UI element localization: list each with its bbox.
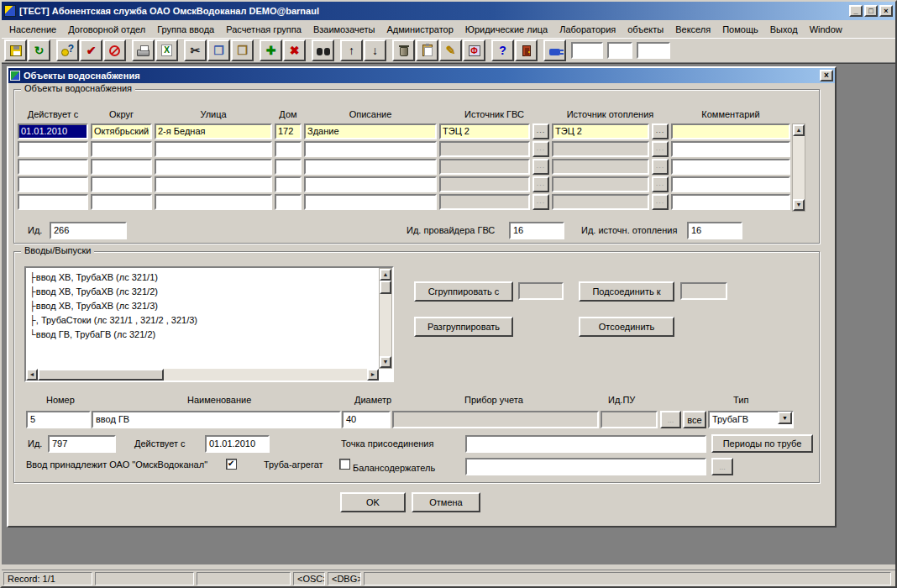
cell-r2c7[interactable]	[671, 159, 790, 175]
save-button[interactable]	[4, 39, 27, 61]
cell-r3c4[interactable]	[304, 176, 437, 192]
cell-r3c2[interactable]	[155, 176, 272, 192]
owner-checkbox[interactable]	[226, 459, 237, 470]
maximize-button[interactable]: □	[864, 5, 878, 17]
menu-item-9[interactable]: Векселя	[669, 22, 716, 37]
menu-item-12[interactable]: Window	[804, 22, 848, 37]
pipe-periods-button[interactable]: Периоды по трубе	[711, 434, 813, 453]
aggregate-checkbox[interactable]	[339, 459, 350, 470]
cell-r4c5[interactable]	[439, 194, 530, 210]
tree-item-3[interactable]: ├, ТрубаСтоки (лс 321/1 , 321/2 , 321/3)	[29, 313, 377, 328]
diameter-field[interactable]: 40	[342, 411, 391, 428]
tree-scroll-right-icon[interactable]: ►	[367, 369, 379, 381]
cancel-button[interactable]	[103, 39, 126, 61]
tree-item-0[interactable]: ├ввод ХВ, ТрубаХВ (лс 321/1)	[29, 270, 377, 285]
cell-r3c7[interactable]	[671, 176, 790, 192]
tree-vertical-scrollbar[interactable]: ▲ ▼	[379, 268, 392, 369]
meter-id-field[interactable]	[601, 411, 658, 428]
browse-button-r0c5[interactable]: ...	[532, 123, 549, 139]
menu-item-5[interactable]: Администратор	[380, 22, 459, 37]
scroll-up-icon[interactable]: ▲	[793, 124, 805, 136]
group-with-field[interactable]	[518, 282, 564, 300]
cell-r4c2[interactable]	[155, 194, 272, 210]
cell-r4c6[interactable]	[552, 194, 649, 210]
browse-button-r1c6[interactable]: ...	[652, 141, 669, 157]
help-button[interactable]: ?	[491, 39, 514, 61]
browse-button-r3c5[interactable]: ...	[532, 176, 549, 192]
input-id-field[interactable]: 797	[48, 435, 116, 453]
cell-r0c7[interactable]	[671, 123, 790, 139]
cell-r2c6[interactable]	[552, 159, 649, 175]
browse-button-r4c6[interactable]: ...	[652, 194, 669, 210]
cell-r4c0[interactable]	[18, 194, 88, 210]
ungroup-button[interactable]: Разгруппировать	[414, 317, 513, 337]
browse-button-r1c5[interactable]: ...	[532, 141, 549, 157]
cell-r3c0[interactable]	[18, 176, 88, 192]
copy-button[interactable]: ❐	[207, 39, 230, 61]
number-field[interactable]: 5	[26, 411, 91, 428]
cell-r2c1[interactable]	[91, 159, 152, 175]
cell-r0c6[interactable]: ТЭЦ 2	[552, 123, 649, 139]
cell-r2c5[interactable]	[439, 159, 530, 175]
ok-button[interactable]: OK	[340, 492, 406, 512]
cell-r4c1[interactable]	[91, 194, 152, 210]
menu-item-2[interactable]: Группа ввода	[151, 22, 220, 37]
object-id-field[interactable]: 266	[50, 222, 127, 239]
cell-r3c3[interactable]	[275, 176, 302, 192]
browse-button-r2c5[interactable]: ...	[532, 159, 549, 175]
cards-button[interactable]: Ф	[463, 39, 485, 61]
down-button[interactable]: ↓	[364, 39, 386, 61]
tree-scroll-left-icon[interactable]: ◄	[26, 369, 38, 381]
cut-button[interactable]: ✂	[184, 39, 207, 61]
cell-r0c2[interactable]: 2-я Бедная	[155, 123, 272, 139]
edit-note-button[interactable]: ✎	[439, 39, 462, 61]
cell-r3c1[interactable]	[91, 176, 152, 192]
cell-r1c1[interactable]	[91, 141, 152, 157]
tree-scroll-down-icon[interactable]: ▼	[380, 356, 391, 368]
menu-item-0[interactable]: Население	[3, 22, 62, 37]
minimize-button[interactable]: _	[849, 5, 863, 17]
meter-browse-button[interactable]: ...	[660, 411, 681, 428]
cell-r4c7[interactable]	[671, 194, 790, 210]
cell-r2c2[interactable]	[155, 159, 272, 175]
browse-button-r2c6[interactable]: ...	[652, 159, 669, 175]
tree-hscroll-thumb[interactable]	[38, 369, 164, 381]
cell-r1c6[interactable]	[552, 141, 649, 157]
menu-item-10[interactable]: Помощь	[716, 22, 764, 37]
menu-item-6[interactable]: Юридические лица	[459, 22, 553, 37]
browse-button-r0c6[interactable]: ...	[652, 123, 669, 139]
type-dropdown-arrow-icon[interactable]: ▼	[778, 412, 792, 424]
cell-r2c0[interactable]	[18, 159, 88, 175]
heat-source-field[interactable]: 16	[687, 222, 742, 239]
print-button[interactable]	[132, 39, 155, 61]
tree-item-4[interactable]: └ввод ГВ, ТрубаГВ (лс 321/2)	[29, 328, 377, 342]
cell-r1c3[interactable]	[275, 141, 302, 157]
dialog-title-bar[interactable]: Объекты водоснабжения ×	[8, 68, 835, 83]
cell-r1c7[interactable]	[671, 141, 790, 157]
valid-from-field[interactable]: 01.01.2010	[205, 435, 270, 453]
cell-r3c6[interactable]	[552, 176, 649, 192]
meter-field[interactable]	[392, 411, 599, 428]
menu-item-11[interactable]: Выход	[764, 22, 804, 37]
menu-item-7[interactable]: Лаборатория	[553, 22, 622, 37]
excel-export-button[interactable]: X	[155, 39, 178, 61]
tree-item-2[interactable]: ├ввод ХВ, ТрубаХВ (лс 321/3)	[29, 299, 377, 313]
tree-horizontal-scrollbar[interactable]: ◄ ►	[26, 369, 379, 381]
cell-r0c3[interactable]: 172	[275, 123, 302, 139]
toolbar-field-1[interactable]	[607, 42, 632, 59]
cell-r1c0[interactable]	[18, 141, 88, 157]
cell-r3c5[interactable]	[439, 176, 530, 192]
cell-r4c3[interactable]	[275, 194, 302, 210]
menu-item-8[interactable]: объекты	[622, 22, 669, 37]
connect-to-button[interactable]: Подсоединить к	[579, 281, 674, 302]
tree-item-1[interactable]: ├ввод ХВ, ТрубаХВ (лс 321/2)	[29, 285, 377, 299]
cell-r4c4[interactable]	[304, 194, 437, 210]
cell-r1c2[interactable]	[155, 141, 272, 157]
cell-r0c4[interactable]: Здание	[304, 123, 437, 139]
name-field[interactable]: ввод ГВ	[92, 411, 341, 428]
paste-button[interactable]: ❒	[231, 39, 254, 61]
tree-scroll-up-icon[interactable]: ▲	[380, 269, 391, 281]
trash-button[interactable]	[392, 39, 415, 61]
clipboard-button[interactable]	[416, 39, 438, 61]
dialog-close-button[interactable]: ×	[820, 70, 833, 81]
